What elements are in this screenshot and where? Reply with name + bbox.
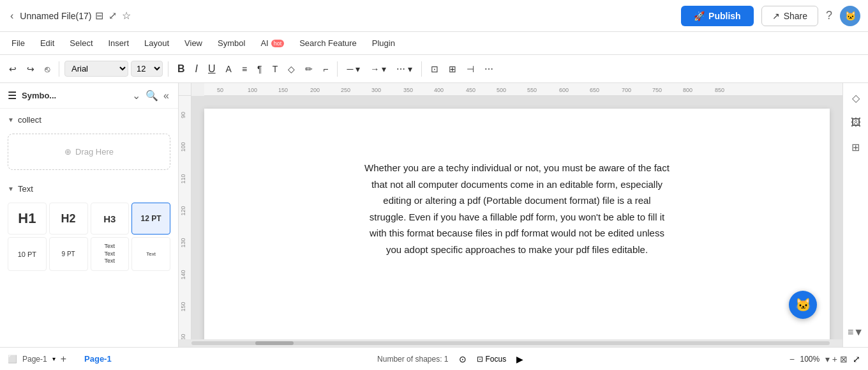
- menu-edit[interactable]: Edit: [34, 36, 61, 50]
- svg-text:50: 50: [217, 87, 223, 93]
- right-layers-btn[interactable]: ≡▼: [844, 323, 867, 342]
- status-bar: ⬜ Page-1 ▾ + Page-1 Number of shapes: 1 …: [0, 347, 868, 370]
- page-name-label: Page-1: [22, 355, 47, 364]
- star-icon[interactable]: ☆: [122, 10, 131, 22]
- svg-text:150: 150: [278, 87, 288, 93]
- text-style-pt12[interactable]: 12 PT: [131, 203, 170, 235]
- redo-button[interactable]: ↪: [23, 61, 38, 77]
- ai-assistant-bubble[interactable]: 🐱: [789, 291, 817, 319]
- menu-select[interactable]: Select: [63, 36, 99, 50]
- scrollbar-track[interactable]: [191, 341, 830, 345]
- menu-file[interactable]: File: [5, 36, 31, 50]
- shape-button[interactable]: ⌐: [319, 61, 332, 77]
- page-name-chevron[interactable]: ▾: [52, 355, 56, 362]
- current-page-container: Page-1: [84, 354, 112, 364]
- sidebar-chevron-btn[interactable]: ⌄: [131, 88, 142, 103]
- sidebar-collapse-btn[interactable]: «: [162, 88, 170, 103]
- status-right: − 100% ▾ + ⊠ ⤢: [789, 354, 860, 364]
- layers-btn[interactable]: ⊙: [459, 354, 467, 364]
- right-grid-btn[interactable]: ⊞: [848, 137, 864, 157]
- canvas-container[interactable]: Whether you are a techy individual or no…: [191, 96, 842, 339]
- drag-plus-icon: ⊕: [64, 147, 71, 157]
- small-text-label-3: Text: [105, 258, 116, 265]
- svg-text:800: 800: [683, 87, 692, 93]
- text-style-small[interactable]: Text Text Text: [91, 237, 130, 271]
- text-style-h2[interactable]: H2: [49, 203, 88, 235]
- paragraph-button[interactable]: ¶: [253, 61, 266, 77]
- right-annotations-btn[interactable]: ◇: [848, 88, 864, 108]
- ruler-top-svg: 50 100 150 200 250 300 350 400 450 500 5…: [204, 83, 842, 96]
- horizontal-scrollbar-area: [179, 339, 842, 347]
- italic-button[interactable]: I: [191, 61, 202, 77]
- font-family-select[interactable]: Arial Helvetica Times New Roman: [64, 61, 128, 77]
- arrow-style-button[interactable]: → ▾: [366, 61, 390, 77]
- zoom-out-button[interactable]: −: [789, 354, 795, 364]
- menu-symbol[interactable]: Symbol: [211, 36, 251, 50]
- current-page-label: Page-1: [84, 354, 112, 364]
- svg-text:650: 650: [590, 87, 599, 93]
- svg-text:850: 850: [715, 87, 724, 93]
- font-size-select[interactable]: 12 10 14 16 18: [131, 61, 163, 77]
- menu-plugin[interactable]: Plugin: [366, 36, 401, 50]
- zoom-dropdown-button[interactable]: ▾: [825, 354, 830, 364]
- text-box-button[interactable]: T: [269, 61, 282, 77]
- border-style-button[interactable]: ⋯ ▾: [393, 61, 416, 77]
- double-page-button[interactable]: ⊞: [445, 61, 460, 77]
- help-icon[interactable]: ?: [826, 9, 832, 22]
- add-page-button[interactable]: +: [61, 353, 66, 365]
- page-size-icon[interactable]: ⬜: [8, 355, 17, 364]
- pen-button[interactable]: ✏: [301, 61, 317, 77]
- menu-search-feature[interactable]: Search Feature: [293, 36, 363, 50]
- shapes-count-label: Number of shapes: 1: [377, 355, 448, 364]
- paint-button[interactable]: ◇: [284, 61, 299, 77]
- font-color-button[interactable]: A: [222, 61, 236, 77]
- text-align-button[interactable]: ≡: [238, 61, 251, 77]
- h1-label: H1: [18, 210, 36, 227]
- align-left-button[interactable]: ⊣: [463, 61, 478, 77]
- underline-button[interactable]: U: [204, 61, 220, 77]
- menu-view[interactable]: View: [178, 36, 209, 50]
- menu-ai[interactable]: AI hot: [254, 36, 290, 50]
- collect-section-header[interactable]: ▼ collect: [0, 111, 178, 128]
- svg-text:200: 200: [310, 87, 320, 93]
- ruler-left: 90 100 110 120 130 140 150 160: [179, 96, 191, 339]
- text-style-tiny[interactable]: Text: [131, 237, 170, 271]
- text-section-header[interactable]: ▼ Text: [0, 180, 178, 197]
- undo-button[interactable]: ↩: [5, 61, 20, 77]
- sidebar-search-btn[interactable]: 🔍: [144, 88, 160, 103]
- text-style-pt9[interactable]: 9 PT: [49, 237, 88, 271]
- line-style-button[interactable]: ─ ▾: [343, 61, 364, 77]
- share-button[interactable]: ↗ Share: [761, 6, 818, 26]
- svg-text:160: 160: [180, 334, 186, 339]
- right-image-btn[interactable]: 🖼: [847, 113, 865, 132]
- ruler-top: 50 100 150 200 250 300 350 400 450 500 5…: [204, 83, 842, 96]
- share-icon: ↗: [772, 11, 780, 21]
- back-button[interactable]: ‹: [8, 8, 16, 24]
- h2-label: H2: [61, 212, 76, 226]
- zoom-in-button[interactable]: +: [832, 354, 837, 364]
- export-icon[interactable]: ⤢: [108, 10, 117, 22]
- menu-layout[interactable]: Layout: [138, 36, 176, 50]
- publish-button[interactable]: 🚀 Publish: [681, 6, 754, 26]
- format-clear-button[interactable]: ⎋: [41, 61, 54, 77]
- scrollbar-thumb[interactable]: [255, 341, 294, 345]
- more-button[interactable]: ⋯: [481, 61, 497, 77]
- avatar[interactable]: 🐱: [840, 6, 860, 26]
- focus-mode-btn[interactable]: ⊡ Focus: [477, 355, 507, 364]
- hot-badge: hot: [271, 40, 285, 47]
- pages-icon[interactable]: ⊟: [95, 10, 103, 22]
- menu-insert[interactable]: Insert: [102, 36, 136, 50]
- drag-here-area[interactable]: ⊕ Drag Here: [8, 134, 170, 170]
- bold-button[interactable]: B: [174, 61, 189, 77]
- text-style-h1[interactable]: H1: [8, 203, 47, 235]
- zoom-level: 100%: [797, 355, 823, 364]
- single-page-button[interactable]: ⊡: [427, 61, 442, 77]
- play-btn[interactable]: ▶: [516, 354, 523, 364]
- text-style-h3[interactable]: H3: [91, 203, 130, 235]
- fit-page-button[interactable]: ⊠: [840, 354, 848, 364]
- status-center: Number of shapes: 1 ⊙ ⊡ Focus ▶: [122, 354, 779, 364]
- text-section-title: Text: [18, 184, 33, 194]
- svg-text:250: 250: [341, 87, 350, 93]
- fullscreen-button[interactable]: ⤢: [853, 354, 860, 364]
- text-style-pt10[interactable]: 10 PT: [8, 237, 47, 271]
